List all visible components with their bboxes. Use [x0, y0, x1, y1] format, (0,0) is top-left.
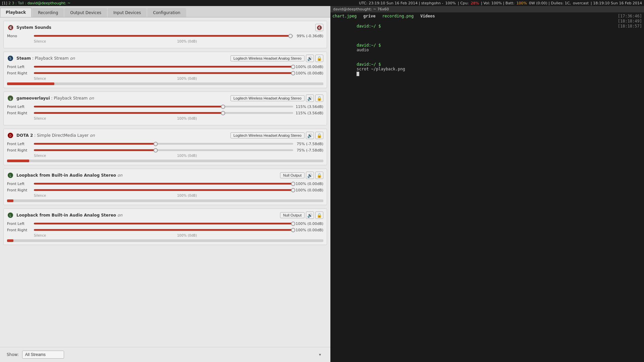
topbar-left: [1] 2 3 : Tall : david@deepthought: ~: [2, 1, 70, 5]
file-row: chart.jpeg grive recording.png Videos: [332, 14, 602, 18]
dota2-fl-slider[interactable]: [34, 141, 293, 146]
stream-steam: S Steam : Playback Stream on Logitech Wi…: [3, 52, 327, 88]
topbar: [1] 2 3 : Tall : david@deepthought: ~ UT…: [0, 0, 644, 6]
steam-scale: Silence 100% (0dB): [7, 77, 323, 80]
stream-gameoverlayui: g gameoverlayui : Playback Stream on Log…: [3, 92, 327, 125]
show-select-wrapper: All Streams Application Streams Virtual …: [22, 351, 324, 359]
gameoverlayui-mute-btn[interactable]: 🔊: [306, 95, 314, 102]
gameoverlayui-fl-slider[interactable]: [34, 104, 293, 109]
dota2-lock-btn[interactable]: 🔒: [315, 132, 323, 139]
dota2-scale: Silence 100% (0dB): [7, 154, 323, 158]
gameoverlayui-device-btn[interactable]: Logitech Wireless Headset Analog Stereo: [230, 95, 305, 101]
dota2-fr-slider[interactable]: [34, 147, 293, 153]
steam-fr-slider[interactable]: [34, 70, 293, 76]
dota2-front-left: Front Left 75% (-7.58dB): [7, 141, 323, 146]
gameoverlayui-scale: Silence 100% (0dB): [7, 117, 323, 120]
loopback1-scale: Silence 100% (0dB): [7, 194, 323, 197]
ts-2: [18:18:49]: [602, 19, 642, 23]
show-label: Show:: [7, 352, 19, 357]
gameoverlayui-icon: g: [7, 95, 14, 102]
loopback1-mute-btn[interactable]: 🔊: [306, 172, 314, 179]
steam-title: Steam : Playback Stream on: [16, 56, 230, 61]
terminal-titlebar: david@deepthought: ~ 76x60: [330, 6, 644, 12]
tab-input-devices[interactable]: Input Devices: [108, 8, 147, 17]
file-chart: chart.jpeg: [332, 14, 357, 18]
stream-dota2: D DOTA 2 : Simple DirectMedia Layer on L…: [3, 129, 327, 165]
loopback1-title: Loopback from Built-in Audio Analog Ster…: [16, 173, 280, 178]
system-sounds-scale: Silence 100% (0dB): [7, 40, 323, 43]
pulse-panel: Playback Recording Output Devices Input …: [0, 6, 330, 362]
channel-mono: Mono 99% (-0.36dB): [7, 33, 323, 39]
loopback1-fl-slider[interactable]: [34, 181, 293, 186]
loopback1-lock-btn[interactable]: 🔒: [315, 172, 323, 179]
loopback2-lock-btn[interactable]: 🔒: [315, 212, 323, 219]
loopback1-fr-slider[interactable]: [34, 187, 293, 193]
topbar-center: UTC: 23:19:10 Sun 16 Feb 2014 | stephgoh…: [359, 1, 642, 5]
steam-vu: [7, 82, 323, 85]
channel-mono-slider[interactable]: [34, 33, 293, 39]
channel-mono-val: 99% (-0.36dB): [293, 34, 323, 38]
gameoverlayui-fr-slider[interactable]: [34, 110, 293, 116]
stream-loopback1: L Loopback from Built-in Audio Analog St…: [3, 169, 327, 205]
tab-recording[interactable]: Recording: [32, 8, 64, 17]
term-line-2: david:~/ $ audio: [332, 38, 602, 57]
loopback2-mute-btn[interactable]: 🔊: [306, 212, 314, 219]
steam-front-left: Front Left 100% (0.00dB): [7, 64, 323, 69]
topbar-session: 2 3 : Tall :: [8, 1, 28, 5]
terminal-timestamps: [17:36:46] [18:18:49] [18:18:57]: [602, 14, 642, 361]
dota2-front-right: Front Right 75% (-7.58dB): [7, 147, 323, 153]
dota2-title: DOTA 2 : Simple DirectMedia Layer on: [16, 133, 230, 138]
file-listing: chart.jpeg grive recording.png Videos da…: [332, 14, 602, 361]
gameoverlayui-front-right: Front Right 115% (3.56dB): [7, 110, 323, 116]
dota2-mute-btn[interactable]: 🔊: [306, 132, 314, 139]
term-cursor: [357, 72, 359, 76]
loopback2-fr-slider[interactable]: [34, 227, 293, 233]
term-line-1: david:~/ $: [332, 19, 602, 38]
file-recording: recording.png: [382, 14, 414, 18]
file-grive: grive: [363, 14, 375, 18]
steam-device-btn[interactable]: Logitech Wireless Headset Analog Stereo: [230, 55, 305, 61]
loopback2-front-right: Front Right 100% (0.00dB): [7, 227, 323, 233]
svg-text:g: g: [9, 97, 11, 100]
show-footer: Show: All Streams Application Streams Vi…: [0, 347, 330, 362]
dota2-vu: [7, 160, 323, 162]
steam-fl-slider[interactable]: [34, 64, 293, 69]
loopback1-icon: L: [7, 172, 14, 179]
loopback2-title: Loopback from Built-in Audio Analog Ster…: [16, 213, 280, 218]
steam-lock-btn[interactable]: 🔒: [315, 55, 323, 62]
stream-system-sounds: 🔇 System Sounds 🔇 Mono: [3, 21, 327, 48]
ts-1: [17:36:46]: [602, 14, 642, 18]
tab-bar: Playback Recording Output Devices Input …: [0, 6, 330, 17]
loopback2-vu: [7, 239, 323, 242]
loopback1-device-btn[interactable]: Null Output: [280, 172, 305, 178]
ts-3: [18:18:57]: [602, 24, 642, 28]
dota2-icon: D: [7, 132, 14, 139]
channel-mono-label: Mono: [7, 34, 34, 38]
system-sounds-mute-btn[interactable]: 🔇: [315, 24, 323, 31]
show-select[interactable]: All Streams Application Streams Virtual …: [22, 351, 64, 359]
system-sounds-icon: 🔇: [7, 24, 14, 31]
terminal-panel: david@deepthought: ~ 76x60 chart.jpeg gr…: [330, 6, 644, 362]
stream-loopback2: L Loopback from Built-in Audio Analog St…: [3, 208, 327, 245]
loopback2-fl-slider[interactable]: [34, 221, 293, 226]
term-line-3: david:~/ $ scrot ~/playback.png: [332, 57, 602, 81]
tab-playback[interactable]: Playback: [0, 8, 32, 17]
loopback1-vu: [7, 199, 323, 202]
svg-text:L: L: [10, 214, 11, 217]
svg-text:S: S: [9, 57, 11, 60]
tab-configuration[interactable]: Configuration: [147, 8, 186, 17]
file-videos: Videos: [420, 14, 435, 18]
loopback2-device-btn[interactable]: Null Output: [280, 212, 305, 218]
steam-mute-btn[interactable]: 🔊: [306, 55, 314, 62]
dota2-device-btn[interactable]: Logitech Wireless Headset Analog Stereo: [230, 132, 305, 138]
terminal-body[interactable]: chart.jpeg grive recording.png Videos da…: [330, 12, 644, 362]
tab-output-devices[interactable]: Output Devices: [64, 8, 107, 17]
pulse-content: 🔇 System Sounds 🔇 Mono: [0, 17, 330, 347]
loopback2-front-left: Front Left 100% (0.00dB): [7, 221, 323, 226]
gameoverlayui-title: gameoverlayui : Playback Stream on: [16, 96, 230, 101]
terminal-title: david@deepthought: ~ 76x60: [333, 7, 389, 11]
system-sounds-title: System Sounds: [16, 25, 315, 30]
loopback2-icon: L: [7, 212, 14, 219]
loopback1-front-left: Front Left 100% (0.00dB): [7, 181, 323, 186]
gameoverlayui-lock-btn[interactable]: 🔒: [315, 95, 323, 102]
